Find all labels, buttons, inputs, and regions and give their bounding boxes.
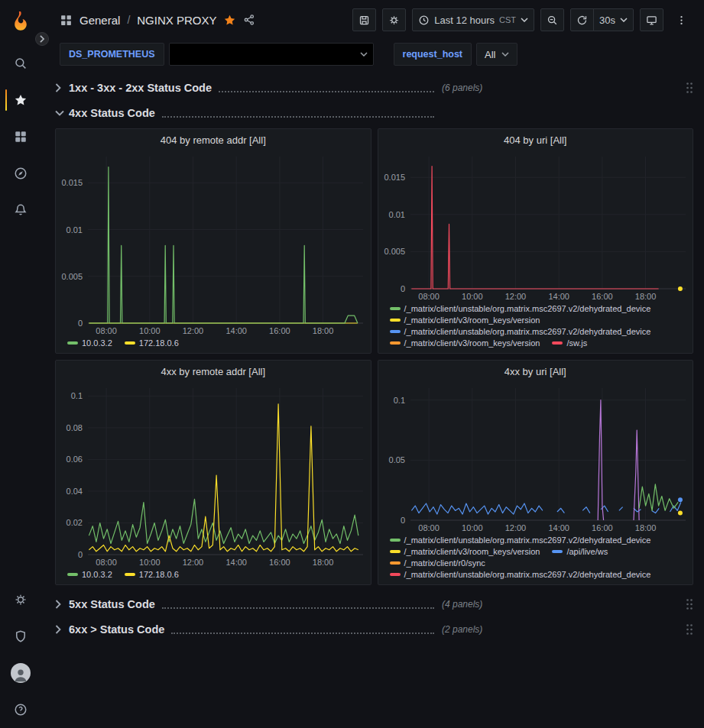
dashboard-settings-button[interactable] (382, 8, 406, 31)
variable-host-value-select[interactable]: All (476, 43, 517, 66)
save-dashboard-button[interactable] (352, 8, 376, 31)
top-bar: General / NGINX PROXY (41, 0, 704, 40)
favorite-star-icon[interactable] (223, 14, 236, 27)
chart-legend: 10.0.3.2172.18.0.6 (56, 568, 371, 584)
person-icon (12, 666, 29, 683)
sidebar-item-dashboards[interactable] (4, 118, 37, 155)
row-dotted-leader (162, 109, 434, 118)
breadcrumb-section[interactable]: General (79, 14, 120, 27)
legend-item[interactable]: /_matrix/client/unstable/org.matrix.msc2… (390, 304, 651, 313)
row-header-6xx[interactable]: 6xx > Status Code (2 panels) (55, 620, 693, 639)
row-dotted-leader (162, 600, 434, 609)
row-drag-handle[interactable] (686, 598, 693, 610)
row-header-5xx[interactable]: 5xx Status Code (4 panels) (55, 594, 693, 614)
tv-mode-button[interactable] (640, 8, 663, 31)
legend-item[interactable]: /_matrix/client/unstable/org.matrix.msc2… (390, 535, 651, 545)
timeseries-chart[interactable]: 08:0010:0012:0014:0016:0018:0000.0050.01… (56, 150, 371, 337)
chart-legend: /_matrix/client/unstable/org.matrix.msc2… (378, 303, 693, 353)
panel-title[interactable]: 404 by remote addr [All] (56, 129, 371, 150)
svg-text:14:00: 14:00 (548, 292, 569, 301)
svg-text:14:00: 14:00 (225, 326, 247, 335)
timeseries-chart[interactable]: 08:0010:0012:0014:0016:0018:0000.020.040… (56, 382, 371, 568)
svg-text:18:00: 18:00 (634, 523, 656, 532)
share-icon[interactable] (243, 14, 255, 26)
row-drag-handle[interactable] (686, 623, 693, 636)
svg-text:0.1: 0.1 (393, 396, 404, 405)
sidebar-item-server-admin[interactable] (4, 618, 37, 655)
chart-legend: 10.0.3.2172.18.0.6 (56, 337, 371, 353)
svg-text:08:00: 08:00 (418, 523, 440, 532)
timeseries-chart[interactable]: 08:0010:0012:0014:0016:0018:0000.0050.01… (378, 150, 693, 303)
svg-text:12:00: 12:00 (504, 523, 526, 532)
legend-item[interactable]: 10.0.3.2 (67, 570, 112, 579)
legend-item[interactable]: /sw.js (552, 338, 587, 348)
more-options-button[interactable] (670, 8, 693, 31)
grafana-logo[interactable] (8, 8, 34, 34)
sidebar-item-alerting[interactable] (4, 192, 37, 228)
legend-swatch (390, 561, 401, 565)
star-icon (14, 93, 28, 107)
dashboard-body: 1xx - 3xx - 2xx Status Code (6 panels) 4… (41, 69, 704, 728)
svg-text:10:00: 10:00 (462, 292, 483, 301)
legend-label: 10.0.3.2 (82, 338, 112, 348)
sidebar-item-search[interactable] (4, 45, 37, 82)
variable-ds-label[interactable]: DS_PROMETHEUS (60, 43, 164, 66)
legend-label: /_matrix/client/v3/room_keys/version (404, 315, 540, 325)
legend-swatch (390, 573, 401, 576)
compass-icon (14, 167, 28, 180)
timeseries-chart[interactable]: 08:0010:0012:0014:0016:0018:0000.050.1 (378, 382, 693, 534)
svg-text:08:00: 08:00 (418, 292, 440, 301)
svg-text:0.015: 0.015 (61, 178, 83, 187)
chart-canvas: 08:0010:0012:0014:0016:0018:0000.0050.01… (378, 150, 693, 303)
sidebar-item-explore[interactable] (4, 155, 37, 192)
legend-item[interactable]: 172.18.0.6 (125, 338, 179, 348)
panel-title[interactable]: 4xx by uri [All] (378, 361, 693, 382)
variable-host-label[interactable]: request_host (394, 43, 472, 66)
legend-item[interactable]: 172.18.0.6 (125, 570, 179, 579)
sidebar-item-configuration[interactable] (4, 581, 37, 618)
svg-text:18:00: 18:00 (313, 558, 334, 567)
row-header-1xx-3xx-2xx[interactable]: 1xx - 3xx - 2xx Status Code (6 panels) (55, 78, 693, 98)
legend-swatch (390, 341, 401, 345)
chevron-down-icon (501, 52, 509, 57)
legend-label: 172.18.0.6 (139, 338, 179, 348)
variable-ds-value-select[interactable] (169, 43, 374, 66)
refresh-button[interactable] (570, 8, 594, 31)
legend-label: /_matrix/client/unstable/org.matrix.msc2… (404, 327, 651, 336)
chevron-right-icon (55, 83, 69, 92)
refresh-interval-select[interactable]: 30s (593, 8, 634, 31)
legend-item[interactable]: /_matrix/client/r0/sync (390, 558, 485, 568)
breadcrumb-dashboard-title[interactable]: NGINX PROXY (137, 14, 216, 27)
svg-text:14:00: 14:00 (548, 523, 569, 532)
dashboards-grid-icon (14, 130, 28, 144)
legend-item[interactable]: 10.0.3.2 (67, 338, 112, 348)
grafana-flame-icon (9, 10, 32, 33)
refresh-icon (576, 15, 588, 26)
legend-item[interactable]: /_matrix/client/v3/room_keys/version (390, 547, 540, 556)
chart-canvas: 08:0010:0012:0014:0016:0018:0000.0050.01… (56, 150, 371, 337)
panel-title[interactable]: 404 by uri [All] (378, 129, 693, 150)
sidebar (0, 0, 41, 728)
zoom-out-button[interactable] (540, 8, 564, 31)
svg-text:14:00: 14:00 (225, 558, 247, 567)
sidebar-item-help[interactable] (4, 691, 37, 728)
legend-item[interactable]: /_matrix/client/v3/room_keys/version (390, 315, 540, 325)
svg-text:10:00: 10:00 (139, 558, 161, 567)
row-header-4xx[interactable]: 4xx Status Code (55, 103, 693, 123)
row-panel-count: (6 panels) (442, 83, 482, 93)
avatar (11, 663, 31, 683)
time-range-picker[interactable]: Last 12 hours CST (412, 8, 534, 31)
legend-swatch (390, 330, 401, 333)
zoom-out-icon (547, 15, 558, 26)
sidebar-item-profile[interactable] (4, 655, 37, 691)
row-drag-handle[interactable] (686, 82, 693, 94)
sidebar-toggle[interactable] (35, 32, 49, 46)
timezone-label: CST (499, 15, 516, 24)
legend-item[interactable]: /_matrix/client/v3/room_keys/version (390, 338, 540, 348)
legend-item[interactable]: /api/live/ws (552, 547, 608, 556)
sidebar-item-starred[interactable] (4, 82, 37, 118)
legend-item[interactable]: /_matrix/client/unstable/org.matrix.msc2… (390, 570, 651, 579)
legend-item[interactable]: /_matrix/client/unstable/org.matrix.msc2… (390, 327, 651, 336)
svg-text:16:00: 16:00 (592, 523, 613, 532)
panel-title[interactable]: 4xx by remote addr [All] (56, 361, 371, 382)
